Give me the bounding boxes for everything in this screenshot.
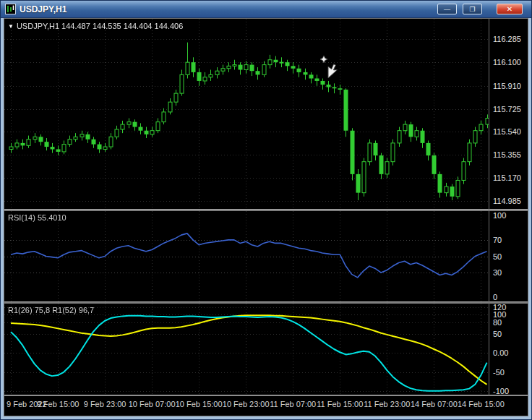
- time-axis-label: 9 Feb 15:00: [37, 400, 80, 408]
- time-axis-label: 10 Feb 23:00: [223, 400, 270, 408]
- time-axis-label: 9 Feb 23:00: [84, 400, 126, 408]
- rsi-axis-label: 50: [493, 252, 502, 261]
- oscillator-indicator-label: R1(26) 75,8 R1(52) 96,7: [8, 306, 94, 314]
- osc-axis-label: 50: [493, 330, 502, 338]
- time-axis-label: 11 Feb 23:00: [364, 400, 410, 408]
- close-button[interactable]: ✕: [497, 4, 523, 14]
- time-axis-label: 14 Feb 07:00: [411, 400, 458, 408]
- symbol-ohlc-header: ▼USDJPY,H1 144.487 144.535 144.404 144.4…: [8, 22, 183, 30]
- rsi-axis-label: 30: [493, 268, 502, 277]
- arrow-cursor-icon: [328, 64, 337, 78]
- chart-client-area: ▼USDJPY,H1 144.487 144.535 144.404 144.4…: [4, 18, 528, 416]
- price-axis-label: 115.725: [493, 105, 521, 113]
- price-axis-label: 116.100: [493, 58, 521, 67]
- osc-axis-label: -100: [493, 387, 509, 395]
- price-axis-label: 115.910: [493, 82, 521, 90]
- oscillator-indicator-canvas[interactable]: [4, 304, 489, 395]
- rsi-indicator-canvas[interactable]: [4, 211, 489, 301]
- window-controls: — ❐ ✕: [435, 4, 523, 14]
- rsi-indicator-label: RSI(14) 55.4010: [8, 213, 66, 222]
- osc-axis-label: 0.00: [493, 348, 508, 357]
- rsi-axis-label: 70: [493, 236, 502, 244]
- star-icon: [320, 56, 327, 63]
- time-axis-label: 14 Feb 15:00: [458, 400, 505, 408]
- panel-separator[interactable]: [4, 209, 528, 211]
- window-title: USDJPY,H1: [20, 4, 66, 14]
- window-titlebar[interactable]: USDJPY,H1 — ❐ ✕: [1, 1, 531, 18]
- chevron-down-icon[interactable]: ▼: [8, 23, 14, 30]
- price-axis-label: 116.285: [493, 35, 521, 43]
- chart-window: USDJPY,H1 — ❐ ✕ ▼USDJPY,H1 144.487 144.5…: [0, 0, 532, 420]
- time-axis-label: 11 Feb 07:00: [270, 400, 316, 408]
- rsi-axis-label: 0: [493, 293, 497, 301]
- price-chart-canvas[interactable]: [4, 19, 489, 209]
- rsi-axis-label: 100: [493, 211, 506, 220]
- mouse-cursor: [318, 55, 344, 81]
- time-axis[interactable]: 9 Feb 20229 Feb 15:009 Feb 23:0010 Feb 0…: [4, 396, 528, 416]
- time-axis-label: 11 Feb 15:00: [317, 400, 363, 408]
- panel-separator[interactable]: [4, 301, 528, 304]
- symbol-ohlc-text: USDJPY,H1 144.487 144.535 144.404 144.40…: [17, 22, 183, 30]
- chart-icon: [5, 4, 16, 14]
- restore-button[interactable]: ❐: [463, 4, 482, 14]
- osc-axis-label: -50: [493, 368, 505, 377]
- time-axis-label: 10 Feb 07:00: [129, 400, 176, 408]
- price-axis-label: 114.985: [493, 197, 521, 205]
- price-axis-label: 115.170: [493, 173, 521, 182]
- price-scale[interactable]: 116.285116.100115.910115.725115.540115.3…: [489, 19, 528, 416]
- time-axis-label: 10 Feb 15:00: [176, 400, 223, 408]
- price-axis-label: 115.540: [493, 127, 521, 136]
- price-axis-label: 115.355: [493, 150, 521, 159]
- minimize-button[interactable]: —: [437, 4, 457, 14]
- osc-axis-label: 80: [493, 318, 502, 327]
